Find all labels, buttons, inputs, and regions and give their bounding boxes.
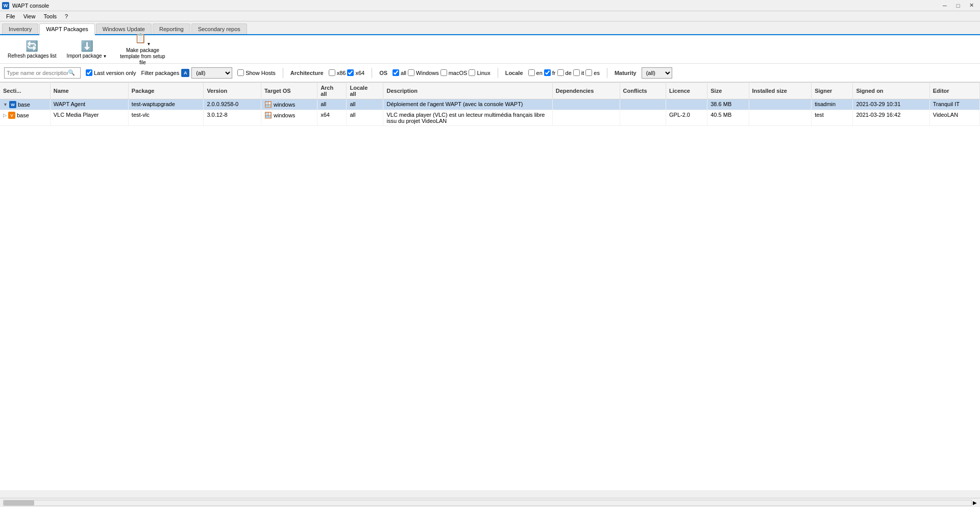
tab-reporting[interactable]: Reporting: [153, 23, 190, 34]
col-locale[interactable]: Localeall: [347, 83, 383, 99]
architecture-label: Architecture: [290, 70, 324, 76]
template-label: Make package template from setup file: [117, 47, 168, 66]
import-arrow-icon: ▼: [103, 54, 107, 59]
col-version[interactable]: Version: [204, 83, 261, 99]
tab-wapt-packages[interactable]: WAPT Packages: [39, 23, 95, 35]
cell-section: ▷ V base: [0, 110, 50, 126]
arch-x86-checkbox[interactable]: [329, 69, 335, 76]
cell-section: ▼ W base: [0, 99, 50, 110]
search-icon: 🔍: [68, 69, 75, 76]
cell-name: VLC Media Player: [50, 110, 128, 126]
cell-locale: all: [347, 110, 383, 126]
template-icon: 📋: [135, 33, 146, 44]
toolbar: 🔄 Refresh packages list ⬇️ Import packag…: [0, 35, 980, 64]
cell-editor: Tranquil IT: [929, 99, 979, 110]
table-row[interactable]: ▷ V base VLC Media Playertest-vlc3.0.12-…: [0, 110, 980, 126]
app-icon: W: [2, 2, 9, 9]
cell-arch: all: [317, 99, 347, 110]
col-target-os[interactable]: Target OS: [261, 83, 317, 99]
minimize-button[interactable]: ─: [938, 0, 951, 11]
locale-en-checkbox[interactable]: [528, 69, 535, 76]
locale-it-label: it: [581, 70, 584, 76]
locale-en-label: en: [536, 70, 543, 76]
os-windows-checkbox[interactable]: [408, 69, 414, 76]
refresh-icon: 🔄: [26, 40, 38, 52]
cell-name: WAPT Agent: [50, 99, 128, 110]
show-hosts-label: Show Hosts: [246, 70, 276, 76]
locale-fr-label: fr: [552, 70, 556, 76]
filter-packages-select[interactable]: (all): [191, 67, 232, 79]
filter-bar: 🔍 Last version only Filter packages A (a…: [0, 64, 980, 82]
table-row[interactable]: ▼ W base WAPT Agenttest-waptupgrade2.0.0…: [0, 99, 980, 110]
section-icon: W: [9, 101, 16, 108]
os-macos-label: macOS: [449, 70, 468, 76]
col-editor[interactable]: Editor: [929, 83, 979, 99]
os-all-checkbox[interactable]: [393, 69, 399, 76]
arch-x86-label: x86: [337, 70, 346, 76]
import-package-button[interactable]: ⬇️ Import package ▼: [62, 37, 112, 62]
locale-fr-checkbox[interactable]: [544, 69, 551, 76]
refresh-packages-button[interactable]: 🔄 Refresh packages list: [3, 37, 61, 62]
cell-package: test-waptupgrade: [128, 99, 204, 110]
cell-description: VLC media player (VLC) est un lecteur mu…: [383, 110, 552, 126]
last-version-group: Last version only: [86, 69, 136, 76]
menu-file[interactable]: File: [2, 12, 19, 20]
arch-x64-checkbox[interactable]: [347, 69, 354, 76]
cell-signer: tisadmin: [812, 99, 853, 110]
tab-secondary-repos[interactable]: Secondary repos: [191, 23, 247, 34]
col-size[interactable]: Size: [707, 83, 749, 99]
import-icon: ⬇️: [81, 40, 93, 52]
horizontal-scrollbar[interactable]: [3, 500, 972, 506]
locale-es-label: es: [594, 70, 600, 76]
locale-de-label: de: [566, 70, 572, 76]
packages-table-container: Secti... Name Package Version Target OS …: [0, 82, 980, 490]
col-dependencies[interactable]: Dependencies: [552, 83, 620, 99]
divider-1: [283, 68, 283, 78]
os-label: OS: [379, 70, 387, 76]
leaf-icon[interactable]: ▷: [3, 113, 7, 118]
maximize-button[interactable]: □: [951, 0, 965, 11]
col-conflicts[interactable]: Conflicts: [620, 83, 666, 99]
arch-group: x86 x64: [329, 69, 365, 76]
cell-size: 38.6 MB: [707, 99, 749, 110]
cell-target-os: 🪟 windows: [261, 110, 317, 126]
search-input[interactable]: [7, 70, 68, 76]
col-licence[interactable]: Licence: [666, 83, 707, 99]
section-text: base: [18, 102, 30, 108]
col-signer[interactable]: Signer: [812, 83, 853, 99]
col-package[interactable]: Package: [128, 83, 204, 99]
arch-x64-label: x64: [355, 70, 364, 76]
os-linux-checkbox[interactable]: [469, 69, 475, 76]
last-version-checkbox[interactable]: [86, 69, 92, 76]
make-template-button[interactable]: 📋 ▼ Make package template from setup fil…: [112, 37, 173, 62]
os-macos-checkbox[interactable]: [440, 69, 447, 76]
locale-it-checkbox[interactable]: [573, 69, 580, 76]
tab-inventory[interactable]: Inventory: [2, 23, 38, 34]
expand-icon[interactable]: ▼: [3, 102, 8, 107]
cell-installed_size: [749, 110, 812, 126]
cell-locale: all: [347, 99, 383, 110]
show-hosts-checkbox[interactable]: [237, 69, 244, 76]
cell-editor: VideoLAN: [929, 110, 979, 126]
col-name[interactable]: Name: [50, 83, 128, 99]
maturity-select[interactable]: (all): [642, 67, 672, 79]
menu-view[interactable]: View: [19, 12, 40, 20]
scroll-right-arrow[interactable]: ▶: [973, 500, 977, 505]
col-signed-on[interactable]: Signed on: [853, 83, 929, 99]
os-group: all Windows macOS Linux: [393, 69, 491, 76]
status-bar: ▶: [0, 498, 980, 507]
menu-help[interactable]: ?: [61, 12, 72, 20]
col-description[interactable]: Description: [383, 83, 552, 99]
divider-3: [498, 68, 498, 78]
close-button[interactable]: ✕: [965, 0, 978, 11]
locale-de-checkbox[interactable]: [557, 69, 564, 76]
app-title: WAPT console: [12, 3, 49, 9]
filter-packages-icon: A: [181, 69, 189, 77]
col-installed-size[interactable]: Installed size: [749, 83, 812, 99]
section-icon: V: [8, 112, 15, 119]
col-section[interactable]: Secti...: [0, 83, 50, 99]
col-arch[interactable]: Archall: [317, 83, 347, 99]
locale-es-checkbox[interactable]: [585, 69, 592, 76]
cell-signed_on: 2021-03-29 16:42: [853, 110, 929, 126]
menu-tools[interactable]: Tools: [39, 12, 61, 20]
